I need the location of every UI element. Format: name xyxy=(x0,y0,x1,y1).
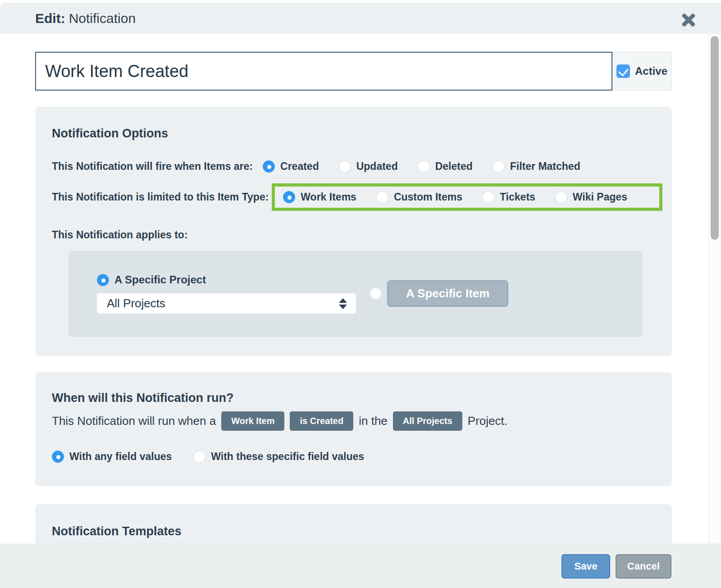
notification-options-heading: Notification Options xyxy=(52,127,672,141)
cancel-button[interactable]: Cancel xyxy=(616,554,671,579)
active-checkbox[interactable] xyxy=(616,64,630,78)
run-sentence-part3: Project. xyxy=(468,414,507,428)
radio-option-work-items[interactable]: Work Items xyxy=(283,191,356,203)
select-arrows-icon xyxy=(339,298,347,309)
radio-specific-item-icon[interactable] xyxy=(370,287,382,300)
item-type-highlight-box: Work Items Custom Items Tickets Wiki Pag… xyxy=(272,183,662,211)
scrollbar-track[interactable] xyxy=(708,34,721,544)
radio-option-specific-field-values[interactable]: With these specific field values xyxy=(193,451,364,463)
run-sentence-part2: in the xyxy=(359,414,388,428)
modal-footer: Save Cancel xyxy=(0,544,721,588)
run-sentence: This Notification will run when a Work I… xyxy=(52,411,672,431)
radio-option-any-field-values[interactable]: With any field values xyxy=(52,451,172,463)
radio-option-created[interactable]: Created xyxy=(263,160,319,173)
close-icon[interactable] xyxy=(680,11,698,29)
notification-options-panel: Notification Options This Notification w… xyxy=(35,107,672,356)
project-select-value: All Projects xyxy=(107,296,339,310)
run-panel: When will this Notification run? This No… xyxy=(35,372,672,486)
radio-custom-items-icon[interactable] xyxy=(376,191,388,203)
name-row: Active xyxy=(35,52,672,91)
scrollbar-thumb[interactable] xyxy=(711,36,719,240)
radio-wiki-pages-icon[interactable] xyxy=(555,191,567,203)
radio-any-field-values-icon[interactable] xyxy=(52,451,64,463)
radio-option-specific-project[interactable]: A Specific Project xyxy=(97,273,356,286)
save-button[interactable]: Save xyxy=(561,554,610,579)
run-heading: When will this Notification run? xyxy=(52,391,672,405)
modal-title-prefix: Edit: xyxy=(35,11,65,26)
run-sentence-part1: This Notification will run when a xyxy=(52,414,216,428)
radio-filter-matched-icon[interactable] xyxy=(493,160,505,173)
item-type-row: This Notification is limited to this Ite… xyxy=(52,183,672,211)
applies-to-subpanel: A Specific Project All Projects A Specif… xyxy=(68,251,642,337)
radio-option-wiki-pages[interactable]: Wiki Pages xyxy=(555,191,627,203)
item-type-label: This Notification is limited to this Ite… xyxy=(52,191,269,203)
modal-title: Edit:Notification xyxy=(35,11,136,26)
project-select[interactable]: All Projects xyxy=(97,293,356,314)
field-values-row: With any field values With these specifi… xyxy=(52,451,672,463)
item-type-badge[interactable]: Work Item xyxy=(221,411,284,431)
radio-deleted-icon[interactable] xyxy=(418,160,430,173)
applies-to-label: This Notification applies to: xyxy=(52,229,672,241)
radio-specific-project-icon[interactable] xyxy=(97,274,109,286)
radio-option-filter-matched[interactable]: Filter Matched xyxy=(493,160,580,173)
radio-tickets-icon[interactable] xyxy=(482,191,494,203)
specific-item-button[interactable]: A Specific Item xyxy=(387,280,508,307)
radio-option-custom-items[interactable]: Custom Items xyxy=(376,191,462,203)
radio-work-items-icon[interactable] xyxy=(283,191,295,203)
radio-created-icon[interactable] xyxy=(263,160,275,173)
modal-header: Edit:Notification xyxy=(0,3,721,34)
radio-option-updated[interactable]: Updated xyxy=(339,160,398,173)
fire-when-row: This Notification will fire when Items a… xyxy=(52,160,672,173)
project-badge[interactable]: All Projects xyxy=(393,411,462,431)
radio-option-deleted[interactable]: Deleted xyxy=(418,160,473,173)
active-label: Active xyxy=(635,65,667,77)
active-box: Active xyxy=(612,52,672,91)
action-badge[interactable]: is Created xyxy=(290,411,353,431)
templates-heading: Notification Templates xyxy=(52,524,655,538)
modal-title-text: Notification xyxy=(69,11,136,26)
fire-when-label: This Notification will fire when Items a… xyxy=(52,160,253,173)
radio-specific-field-values-icon[interactable] xyxy=(193,451,205,463)
radio-option-tickets[interactable]: Tickets xyxy=(482,191,535,203)
notification-name-input[interactable] xyxy=(35,52,612,91)
radio-updated-icon[interactable] xyxy=(339,160,351,173)
